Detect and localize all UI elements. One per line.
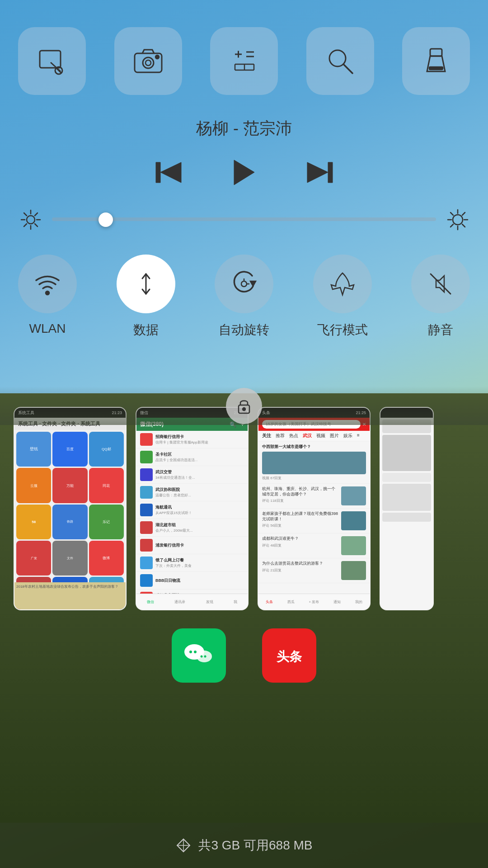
wlan-circle xyxy=(18,255,77,313)
svg-point-6 xyxy=(145,60,151,66)
wifi-icon xyxy=(34,270,61,297)
wlan-toggle[interactable]: WLAN xyxy=(18,255,77,339)
music-player: 杨柳 - 范宗沛 xyxy=(155,118,333,189)
svg-point-44 xyxy=(46,291,49,295)
svg-point-58 xyxy=(189,651,192,653)
silent-circle xyxy=(411,255,470,313)
svg-point-51 xyxy=(241,281,247,287)
app-icon-baidu: 百度 xyxy=(52,432,87,467)
svg-marker-25 xyxy=(307,162,328,183)
airplane-toggle[interactable]: 飞行模式 xyxy=(313,255,372,339)
brightness-low-icon xyxy=(18,207,43,232)
wechat-logo xyxy=(181,637,217,674)
prev-button[interactable] xyxy=(155,158,184,189)
search-button[interactable] xyxy=(306,27,374,95)
next-icon xyxy=(304,158,333,187)
app-icon-wallpaper: 壁纸 xyxy=(16,432,51,467)
app-cards-row: 系统工具 21:23 系统工具 · 文件夹 · 文件夹 · 系统工具 壁纸 百度… xyxy=(0,407,488,615)
next-button[interactable] xyxy=(304,158,333,189)
memory-text: 共3 GB 可用688 MB xyxy=(198,837,312,854)
rotate-icon xyxy=(230,270,258,297)
app-icon-filemanager: 文件 xyxy=(52,541,87,576)
svg-line-42 xyxy=(462,212,465,215)
svg-marker-21 xyxy=(156,162,160,183)
calculator-icon xyxy=(228,45,260,77)
svg-point-35 xyxy=(453,215,463,225)
app-icon-tonghuashun: 同花 xyxy=(89,468,124,503)
rotate-toggle[interactable]: 自动旋转 xyxy=(215,255,273,339)
svg-line-31 xyxy=(24,213,27,216)
svg-marker-50 xyxy=(250,281,256,286)
data-toggle[interactable]: 数据 xyxy=(117,255,175,339)
flashlight-button[interactable] xyxy=(402,27,470,95)
lock-divider xyxy=(0,387,488,425)
airplane-label: 飞行模式 xyxy=(317,321,368,339)
prev-icon xyxy=(155,158,184,187)
svg-line-40 xyxy=(450,212,453,215)
svg-rect-20 xyxy=(429,67,443,70)
silent-label: 静音 xyxy=(428,321,453,339)
recent-apps-section: 系统工具 21:23 系统工具 · 文件夹 · 文件夹 · 系统工具 壁纸 百度… xyxy=(0,393,488,823)
app-card-partial[interactable] xyxy=(380,407,434,610)
svg-point-59 xyxy=(194,651,197,653)
svg-text:头条: 头条 xyxy=(276,650,302,664)
screenshot-button[interactable] xyxy=(18,27,86,95)
svg-line-34 xyxy=(24,224,27,226)
rotate-label: 自动旋转 xyxy=(219,321,269,339)
camera-button[interactable] xyxy=(114,27,182,95)
svg-marker-24 xyxy=(328,162,333,183)
toutiao-dock-icon[interactable]: 头条 xyxy=(262,628,316,683)
app-icon-wubi: 万能 xyxy=(52,468,87,503)
airplane-circle xyxy=(313,255,372,313)
flashlight-icon xyxy=(420,45,452,77)
brightness-thumb[interactable] xyxy=(99,212,113,227)
airplane-icon xyxy=(329,270,356,297)
svg-line-33 xyxy=(35,213,38,216)
brightness-row xyxy=(18,207,470,232)
app-icon-gf: 广发 xyxy=(16,541,51,576)
music-title: 杨柳 - 范宗沛 xyxy=(155,118,333,140)
brightness-slider[interactable] xyxy=(52,217,436,222)
search-icon xyxy=(324,45,356,77)
app-icon-qqmail: QQ邮 xyxy=(89,432,124,467)
svg-point-26 xyxy=(27,216,35,224)
svg-point-62 xyxy=(204,656,206,658)
svg-point-56 xyxy=(243,408,245,410)
svg-line-41 xyxy=(462,224,465,227)
svg-line-3 xyxy=(56,68,61,73)
data-circle xyxy=(117,255,175,313)
wechat-dock-icon[interactable] xyxy=(172,628,226,683)
app-card-wechat[interactable]: 微信 21:32 微信(380) 🔍 + 招商银行信用卡 信用卡 xyxy=(136,407,249,610)
wlan-label: WLAN xyxy=(29,321,66,336)
control-center-panel: 杨柳 - 范宗沛 xyxy=(0,0,488,393)
camera-icon xyxy=(132,45,164,77)
svg-line-54 xyxy=(431,274,450,294)
app-icon-12306: 铁路 xyxy=(52,505,87,539)
svg-rect-0 xyxy=(40,51,61,68)
silent-toggle[interactable]: 静音 xyxy=(411,255,470,339)
calculator-button[interactable] xyxy=(210,27,278,95)
screenshot-icon xyxy=(36,45,68,77)
memory-icon xyxy=(175,837,192,854)
toutiao-logo: 头条 xyxy=(271,637,307,674)
toggles-row: WLAN 数据 xyxy=(18,255,470,339)
brightness-high-icon xyxy=(445,207,470,232)
memory-bar: 共3 GB 可用688 MB xyxy=(0,823,488,868)
app-card-system-tools[interactable]: 系统工具 21:23 系统工具 · 文件夹 · 文件夹 · 系统工具 壁纸 百度… xyxy=(14,407,127,610)
svg-point-7 xyxy=(155,55,159,59)
svg-point-5 xyxy=(143,57,154,68)
app-icon-58: 58 xyxy=(16,505,51,539)
svg-marker-22 xyxy=(160,162,181,183)
play-button[interactable] xyxy=(230,158,259,189)
svg-rect-19 xyxy=(430,49,442,56)
svg-line-32 xyxy=(35,224,38,226)
app-icon-ljs: 乐记 xyxy=(89,505,124,539)
data-label: 数据 xyxy=(133,321,159,339)
app-card-toutiao[interactable]: 头条 21:25 15岁的女孩（美国打手）武汉特技号 ✕ 关注 推荐 热点 武汉… xyxy=(258,407,371,610)
quick-actions-row xyxy=(18,27,470,95)
lock-button[interactable] xyxy=(226,388,262,424)
lock-icon xyxy=(235,397,253,415)
svg-line-18 xyxy=(343,64,352,73)
app-icons-row: 头条 xyxy=(0,619,488,692)
svg-line-43 xyxy=(450,224,453,227)
